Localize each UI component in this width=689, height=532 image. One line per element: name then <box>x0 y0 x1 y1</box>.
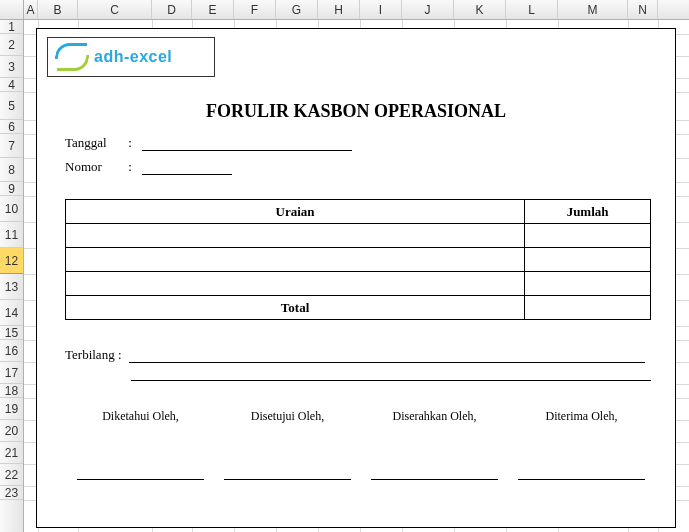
row-header-5[interactable]: 5 <box>0 92 23 120</box>
col-header-L[interactable]: L <box>506 0 558 19</box>
table-row[interactable] <box>66 272 651 296</box>
col-header-E[interactable]: E <box>192 0 234 19</box>
kasbon-table: Uraian Jumlah Total <box>65 199 651 320</box>
col-header-F[interactable]: F <box>234 0 276 19</box>
row-header-20[interactable]: 20 <box>0 420 23 442</box>
row-headers: 1234567891011121314151617181920212223 <box>0 20 24 532</box>
nomor-label: Nomor <box>65 159 125 175</box>
field-tanggal: Tanggal : <box>65 135 352 151</box>
sig-line[interactable] <box>371 479 498 480</box>
column-headers: ABCDEFGHIJKLMN <box>0 0 689 20</box>
select-all-corner[interactable] <box>0 0 24 19</box>
row-header-9[interactable]: 9 <box>0 182 23 196</box>
terbilang-line-2[interactable] <box>131 367 651 381</box>
row-header-18[interactable]: 18 <box>0 384 23 398</box>
col-header-D[interactable]: D <box>152 0 192 19</box>
row-header-16[interactable]: 16 <box>0 340 23 362</box>
terbilang-row: Terbilang : <box>65 347 645 363</box>
col-header-M[interactable]: M <box>558 0 628 19</box>
row-header-12[interactable]: 12 <box>0 248 23 274</box>
col-header-I[interactable]: I <box>360 0 402 19</box>
col-header-N[interactable]: N <box>628 0 658 19</box>
col-header-J[interactable]: J <box>402 0 454 19</box>
field-nomor: Nomor : <box>65 159 232 175</box>
col-header-K[interactable]: K <box>454 0 506 19</box>
row-header-10[interactable]: 10 <box>0 196 23 222</box>
row-header-2[interactable]: 2 <box>0 34 23 56</box>
tanggal-label: Tanggal <box>65 135 125 151</box>
spreadsheet-grid[interactable]: adh-excel FORULIR KASBON OPERASIONAL Tan… <box>24 20 689 532</box>
row-header-8[interactable]: 8 <box>0 158 23 182</box>
sig-diterima: Diterima Oleh, <box>508 409 655 424</box>
row-header-23[interactable]: 23 <box>0 486 23 500</box>
col-header-A[interactable]: A <box>24 0 38 19</box>
row-header-22[interactable]: 22 <box>0 464 23 486</box>
terbilang-line-1[interactable] <box>129 349 645 363</box>
col-header-H[interactable]: H <box>318 0 360 19</box>
total-label: Total <box>66 296 525 320</box>
nomor-input-line[interactable] <box>142 161 232 175</box>
tanggal-input-line[interactable] <box>142 137 352 151</box>
signatures-row: Diketahui Oleh, Disetujui Oleh, Diserahk… <box>67 409 655 424</box>
terbilang-label: Terbilang : <box>65 347 122 363</box>
sig-line[interactable] <box>224 479 351 480</box>
row-header-14[interactable]: 14 <box>0 300 23 326</box>
row-header-11[interactable]: 11 <box>0 222 23 248</box>
row-header-17[interactable]: 17 <box>0 362 23 384</box>
col-header-G[interactable]: G <box>276 0 318 19</box>
sig-diserahkan: Diserahkan Oleh, <box>361 409 508 424</box>
sig-line[interactable] <box>518 479 645 480</box>
row-header-3[interactable]: 3 <box>0 56 23 78</box>
th-uraian: Uraian <box>66 200 525 224</box>
row-header-15[interactable]: 15 <box>0 326 23 340</box>
col-header-B[interactable]: B <box>38 0 78 19</box>
form-frame: adh-excel FORULIR KASBON OPERASIONAL Tan… <box>36 28 676 528</box>
row-header-6[interactable]: 6 <box>0 120 23 134</box>
th-jumlah: Jumlah <box>525 200 651 224</box>
sig-diketahui: Diketahui Oleh, <box>67 409 214 424</box>
sig-line[interactable] <box>77 479 204 480</box>
table-row[interactable] <box>66 224 651 248</box>
logo-text: adh-excel <box>94 48 172 66</box>
logo-box: adh-excel <box>47 37 215 77</box>
sig-disetujui: Disetujui Oleh, <box>214 409 361 424</box>
row-header-21[interactable]: 21 <box>0 442 23 464</box>
signature-lines <box>67 479 655 480</box>
form-title: FORULIR KASBON OPERASIONAL <box>37 101 675 122</box>
row-header-4[interactable]: 4 <box>0 78 23 92</box>
row-header-1[interactable]: 1 <box>0 20 23 34</box>
row-header-13[interactable]: 13 <box>0 274 23 300</box>
col-header-C[interactable]: C <box>78 0 152 19</box>
total-value[interactable] <box>525 296 651 320</box>
colon: : <box>128 135 138 151</box>
table-total-row: Total <box>66 296 651 320</box>
row-header-7[interactable]: 7 <box>0 134 23 158</box>
logo-swirl-icon <box>54 43 90 71</box>
table-row[interactable] <box>66 248 651 272</box>
row-header-19[interactable]: 19 <box>0 398 23 420</box>
colon: : <box>128 159 138 175</box>
